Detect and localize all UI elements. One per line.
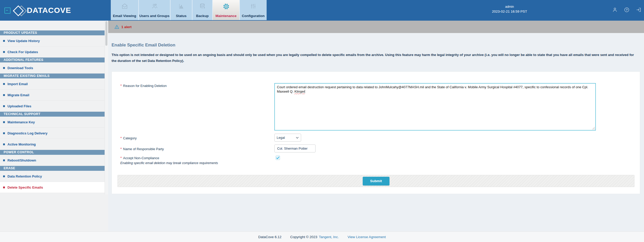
sidebar: PRODUCT UPDATES View Update History Chec… xyxy=(0,21,108,194)
sidebar-item-delete-specific-emails[interactable]: Delete Specific Emails xyxy=(0,182,105,193)
submit-bar: Submit xyxy=(117,175,634,187)
diamond-logo-icon xyxy=(13,4,27,17)
category-label: * Category xyxy=(120,136,137,140)
sidebar-scrollbar[interactable] xyxy=(105,21,108,194)
tab-status[interactable]: Status xyxy=(170,0,192,20)
sidebar-section-additional-features: ADDITIONAL FEATURES xyxy=(0,58,105,62)
sidebar-section-migrate-existing-emails: MIGRATE EXISTING EMAILS xyxy=(0,74,105,78)
footer-copyright: Copyright © 2023 Tangent, Inc. xyxy=(290,235,339,239)
sidebar-item-check-for-updates[interactable]: Check For Updates xyxy=(0,46,105,58)
bullet-icon xyxy=(3,132,5,134)
sidebar-item-uploaded-files[interactable]: Uploaded Files xyxy=(0,101,105,112)
sliders-icon xyxy=(250,3,257,11)
sidebar-item-data-retention-policy[interactable]: Data Retention Policy xyxy=(0,171,105,182)
required-asterisk-icon: * xyxy=(120,147,122,151)
sidebar-section-power-control: POWER CONTROL xyxy=(0,150,105,155)
page-title: Enable Specific Email Deletion xyxy=(112,43,175,48)
footer: DataCove 6.12 Copyright © 2023 Tangent, … xyxy=(0,231,644,242)
reason-label: * Reason for Enabling Deletion xyxy=(120,84,167,88)
svg-text:?: ? xyxy=(626,8,628,11)
bullet-icon xyxy=(3,187,5,188)
current-datetime: 2023-02-21 16:59 PST xyxy=(488,10,531,13)
misspelled-word: Klinger xyxy=(294,90,305,93)
sidebar-item-download-tools[interactable]: Download Tools xyxy=(0,62,105,74)
tab-label: Users and Groups xyxy=(139,14,170,18)
bullet-icon xyxy=(3,175,5,177)
header-action-icons: ? xyxy=(612,7,641,13)
company-link[interactable]: Tangent, Inc. xyxy=(319,235,339,239)
tab-label: Maintenance xyxy=(216,14,237,18)
users-icon xyxy=(151,3,158,11)
envelope-icon xyxy=(121,3,128,11)
sidebar-collapse-icon[interactable] xyxy=(4,7,11,14)
tab-label: Email Viewing xyxy=(113,14,136,18)
sidebar-item-import-email[interactable]: Import Email xyxy=(0,78,105,90)
top-header: DATACOVE Email Viewing Users and xyxy=(0,0,644,21)
bullet-icon xyxy=(3,40,5,42)
sidebar-item-view-update-history[interactable]: View Update History xyxy=(0,35,105,46)
category-selected-value: Legal xyxy=(277,136,296,140)
alert-bar: 1 alert xyxy=(108,21,644,33)
accept-non-compliance-note: Enabling specific email deletion may bre… xyxy=(120,161,218,165)
bullet-icon xyxy=(3,105,5,107)
warning-triangle-icon xyxy=(114,25,119,29)
required-asterisk-icon: * xyxy=(120,136,122,140)
accept-non-compliance-label: * Accept Non-Compliance xyxy=(120,156,159,160)
user-profile-icon[interactable] xyxy=(612,7,618,13)
tab-label: Status xyxy=(176,14,187,18)
sidebar-item-migrate-email[interactable]: Migrate Email xyxy=(0,90,105,101)
tab-label: Configuration xyxy=(242,14,265,18)
footer-version: DataCove 6.12 xyxy=(258,235,282,239)
bar-chart-icon xyxy=(178,3,185,11)
left-column-background xyxy=(0,194,108,232)
tab-email-viewing[interactable]: Email Viewing xyxy=(111,0,138,20)
database-icon xyxy=(199,3,206,11)
tab-configuration[interactable]: Configuration xyxy=(239,0,267,20)
logo: DATACOVE xyxy=(13,4,71,17)
reason-text: Court ordered email destruction request … xyxy=(277,85,588,93)
bullet-icon xyxy=(3,159,5,161)
main-nav-tabs: Email Viewing Users and Groups xyxy=(111,0,267,20)
category-select[interactable]: Legal xyxy=(274,134,301,142)
accept-non-compliance-checkbox[interactable] xyxy=(276,156,280,160)
sidebar-item-maintenance-key[interactable]: Maintenance Key xyxy=(0,117,105,128)
brand-title: DATACOVE xyxy=(27,6,71,15)
scrollbar-thumb[interactable] xyxy=(105,21,107,46)
tab-users-and-groups[interactable]: Users and Groups xyxy=(138,0,170,20)
sidebar-section-erase: ERASE xyxy=(0,166,105,171)
bullet-icon xyxy=(3,94,5,96)
responsible-party-input[interactable] xyxy=(274,144,316,152)
submit-button[interactable]: Submit xyxy=(363,177,389,185)
sidebar-item-active-monitoring[interactable]: Active Monitoring xyxy=(0,139,105,150)
resize-grip-icon[interactable] xyxy=(592,126,595,130)
chevron-down-icon xyxy=(296,137,299,139)
form-panel: * Reason for Enabling Deletion Court ord… xyxy=(112,71,640,194)
required-asterisk-icon: * xyxy=(120,156,122,160)
username: admin xyxy=(488,5,531,9)
license-agreement-link[interactable]: View License Agreement xyxy=(348,235,386,239)
sidebar-section-technical-support: TECHNICAL SUPPORT xyxy=(0,112,105,117)
bullet-icon xyxy=(3,143,5,145)
datacove-app: DATACOVE Email Viewing Users and xyxy=(0,0,644,242)
check-icon xyxy=(276,156,279,159)
bullet-icon xyxy=(3,121,5,123)
help-icon[interactable]: ? xyxy=(624,7,630,13)
sidebar-item-diagnostics-log-delivery[interactable]: Diagnostics Log Delivery xyxy=(0,128,105,139)
bullet-icon xyxy=(3,67,5,69)
responsible-party-label: * Name of Responsible Party xyxy=(120,147,164,151)
logout-icon[interactable] xyxy=(636,7,641,13)
tab-backup[interactable]: Backup xyxy=(192,0,212,20)
main-content: Enable Specific Email Deletion This opti… xyxy=(108,33,644,232)
page-description: This option is not intended or designed … xyxy=(112,52,639,64)
tab-maintenance[interactable]: Maintenance xyxy=(212,0,239,20)
required-asterisk-icon: * xyxy=(120,84,122,87)
minus-icon xyxy=(6,10,8,11)
user-session-info: admin 2023-02-21 16:59 PST xyxy=(488,5,531,13)
text-cursor xyxy=(305,90,305,93)
bullet-icon xyxy=(3,83,5,85)
gear-icon xyxy=(223,3,230,11)
bullet-icon xyxy=(3,51,5,53)
reason-textarea[interactable]: Court ordered email destruction request … xyxy=(274,83,596,131)
alert-count-link[interactable]: 1 alert xyxy=(121,25,132,29)
sidebar-item-reboot-shutdown[interactable]: Reboot/Shutdown xyxy=(0,155,105,166)
